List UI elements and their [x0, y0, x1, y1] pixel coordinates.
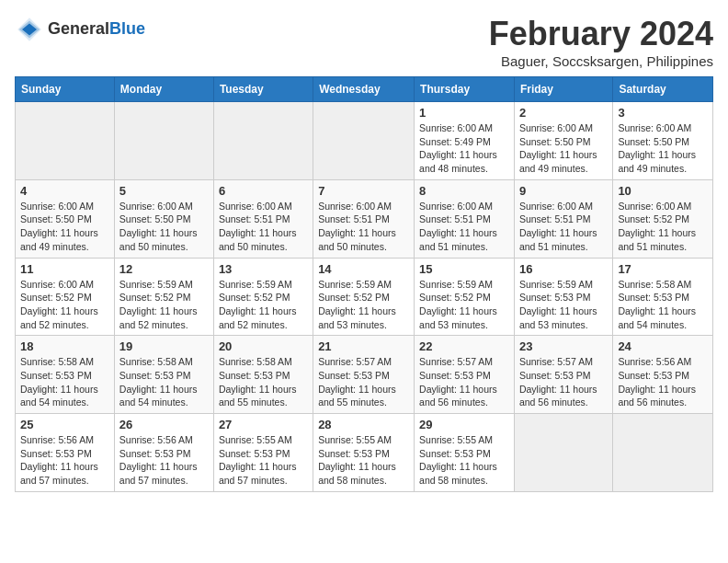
calendar-cell: 11Sunrise: 6:00 AM Sunset: 5:52 PM Dayli…: [16, 258, 115, 336]
day-info: Sunrise: 5:58 AM Sunset: 5:53 PM Dayligh…: [618, 278, 708, 332]
day-number: 3: [618, 106, 708, 120]
title-block: February 2024 Baguer, Soccsksargen, Phil…: [489, 15, 713, 69]
day-info: Sunrise: 5:57 AM Sunset: 5:53 PM Dayligh…: [419, 355, 509, 409]
calendar-table: SundayMondayTuesdayWednesdayThursdayFrid…: [15, 76, 713, 492]
day-number: 9: [519, 184, 608, 198]
calendar-cell: 2Sunrise: 6:00 AM Sunset: 5:50 PM Daylig…: [514, 102, 612, 180]
calendar-cell: 17Sunrise: 5:58 AM Sunset: 5:53 PM Dayli…: [613, 258, 713, 336]
day-number: 6: [219, 184, 308, 198]
day-number: 17: [618, 262, 708, 276]
weekday-header-friday: Friday: [514, 77, 612, 102]
calendar-cell: 16Sunrise: 5:59 AM Sunset: 5:53 PM Dayli…: [514, 258, 612, 336]
calendar-cell: 24Sunrise: 5:56 AM Sunset: 5:53 PM Dayli…: [613, 336, 713, 414]
calendar-cell: [114, 102, 213, 180]
weekday-header-sunday: Sunday: [16, 77, 115, 102]
calendar-cell: 5Sunrise: 6:00 AM Sunset: 5:50 PM Daylig…: [114, 179, 213, 258]
calendar-cell: 23Sunrise: 5:57 AM Sunset: 5:53 PM Dayli…: [514, 336, 612, 414]
calendar-cell: 18Sunrise: 5:58 AM Sunset: 5:53 PM Dayli…: [16, 336, 115, 414]
day-number: 20: [219, 339, 308, 353]
day-info: Sunrise: 5:55 AM Sunset: 5:53 PM Dayligh…: [419, 433, 509, 488]
day-number: 18: [20, 339, 109, 353]
day-info: Sunrise: 5:56 AM Sunset: 5:53 PM Dayligh…: [119, 433, 209, 488]
day-number: 11: [20, 262, 109, 276]
day-info: Sunrise: 5:59 AM Sunset: 5:52 PM Dayligh…: [318, 278, 409, 332]
day-info: Sunrise: 6:00 AM Sunset: 5:49 PM Dayligh…: [419, 121, 509, 176]
day-info: Sunrise: 6:00 AM Sunset: 5:52 PM Dayligh…: [20, 278, 109, 332]
page-header: GeneralBlue February 2024 Baguer, Soccsk…: [15, 15, 713, 69]
day-info: Sunrise: 5:56 AM Sunset: 5:53 PM Dayligh…: [618, 355, 708, 409]
day-number: 7: [318, 184, 409, 198]
calendar-cell: [613, 414, 713, 492]
day-info: Sunrise: 5:56 AM Sunset: 5:53 PM Dayligh…: [20, 433, 109, 488]
day-number: 2: [519, 106, 608, 120]
day-info: Sunrise: 6:00 AM Sunset: 5:51 PM Dayligh…: [519, 200, 608, 254]
day-number: 22: [419, 339, 509, 353]
day-number: 15: [419, 262, 509, 276]
calendar-cell: 1Sunrise: 6:00 AM Sunset: 5:49 PM Daylig…: [415, 102, 515, 180]
calendar-cell: 25Sunrise: 5:56 AM Sunset: 5:53 PM Dayli…: [16, 414, 115, 492]
day-number: 26: [119, 418, 209, 431]
calendar-cell: [16, 102, 115, 180]
calendar-cell: 28Sunrise: 5:55 AM Sunset: 5:53 PM Dayli…: [313, 414, 415, 492]
logo-text: GeneralBlue: [48, 20, 145, 39]
location: Baguer, Soccsksargen, Philippines: [489, 53, 713, 69]
weekday-header-thursday: Thursday: [415, 77, 515, 102]
calendar-week-row: 25Sunrise: 5:56 AM Sunset: 5:53 PM Dayli…: [16, 414, 713, 492]
day-info: Sunrise: 5:59 AM Sunset: 5:52 PM Dayligh…: [419, 278, 509, 332]
calendar-cell: 29Sunrise: 5:55 AM Sunset: 5:53 PM Dayli…: [415, 414, 515, 492]
calendar-cell: 26Sunrise: 5:56 AM Sunset: 5:53 PM Dayli…: [114, 414, 213, 492]
day-info: Sunrise: 5:59 AM Sunset: 5:52 PM Dayligh…: [119, 278, 209, 332]
calendar-cell: 7Sunrise: 6:00 AM Sunset: 5:51 PM Daylig…: [313, 179, 415, 258]
calendar-cell: 12Sunrise: 5:59 AM Sunset: 5:52 PM Dayli…: [114, 258, 213, 336]
day-info: Sunrise: 5:57 AM Sunset: 5:53 PM Dayligh…: [318, 355, 409, 409]
calendar-cell: 22Sunrise: 5:57 AM Sunset: 5:53 PM Dayli…: [415, 336, 515, 414]
calendar-cell: 15Sunrise: 5:59 AM Sunset: 5:52 PM Dayli…: [415, 258, 515, 336]
day-number: 21: [318, 339, 409, 353]
day-info: Sunrise: 6:00 AM Sunset: 5:51 PM Dayligh…: [419, 200, 509, 254]
calendar-cell: 14Sunrise: 5:59 AM Sunset: 5:52 PM Dayli…: [313, 258, 415, 336]
calendar-week-row: 4Sunrise: 6:00 AM Sunset: 5:50 PM Daylig…: [16, 179, 713, 258]
day-info: Sunrise: 5:58 AM Sunset: 5:53 PM Dayligh…: [219, 355, 308, 409]
day-info: Sunrise: 5:58 AM Sunset: 5:53 PM Dayligh…: [119, 355, 209, 409]
day-number: 16: [519, 262, 608, 276]
day-number: 14: [318, 262, 409, 276]
day-info: Sunrise: 6:00 AM Sunset: 5:50 PM Dayligh…: [618, 121, 708, 176]
day-number: 29: [419, 418, 509, 431]
day-info: Sunrise: 5:59 AM Sunset: 5:53 PM Dayligh…: [519, 278, 608, 332]
day-info: Sunrise: 5:59 AM Sunset: 5:52 PM Dayligh…: [219, 278, 308, 332]
calendar-cell: [313, 102, 415, 180]
calendar-cell: 8Sunrise: 6:00 AM Sunset: 5:51 PM Daylig…: [415, 179, 515, 258]
weekday-header-row: SundayMondayTuesdayWednesdayThursdayFrid…: [16, 77, 713, 102]
calendar-cell: 20Sunrise: 5:58 AM Sunset: 5:53 PM Dayli…: [213, 336, 313, 414]
logo: GeneralBlue: [15, 15, 145, 44]
calendar-cell: [514, 414, 612, 492]
day-number: 23: [519, 339, 608, 353]
logo-icon: [15, 15, 44, 44]
day-number: 25: [20, 418, 109, 431]
day-number: 27: [219, 418, 308, 431]
calendar-cell: 13Sunrise: 5:59 AM Sunset: 5:52 PM Dayli…: [213, 258, 313, 336]
day-info: Sunrise: 5:55 AM Sunset: 5:53 PM Dayligh…: [318, 433, 409, 488]
calendar-cell: [213, 102, 313, 180]
calendar-cell: 4Sunrise: 6:00 AM Sunset: 5:50 PM Daylig…: [16, 179, 115, 258]
calendar-cell: 6Sunrise: 6:00 AM Sunset: 5:51 PM Daylig…: [213, 179, 313, 258]
calendar-cell: 21Sunrise: 5:57 AM Sunset: 5:53 PM Dayli…: [313, 336, 415, 414]
weekday-header-wednesday: Wednesday: [313, 77, 415, 102]
day-number: 13: [219, 262, 308, 276]
day-number: 12: [119, 262, 209, 276]
day-info: Sunrise: 6:00 AM Sunset: 5:50 PM Dayligh…: [119, 200, 209, 254]
day-number: 1: [419, 106, 509, 120]
day-number: 19: [119, 339, 209, 353]
day-number: 10: [618, 184, 708, 198]
calendar-cell: 9Sunrise: 6:00 AM Sunset: 5:51 PM Daylig…: [514, 179, 612, 258]
calendar-cell: 10Sunrise: 6:00 AM Sunset: 5:52 PM Dayli…: [613, 179, 713, 258]
weekday-header-monday: Monday: [114, 77, 213, 102]
weekday-header-tuesday: Tuesday: [213, 77, 313, 102]
day-info: Sunrise: 6:00 AM Sunset: 5:51 PM Dayligh…: [318, 200, 409, 254]
calendar-week-row: 18Sunrise: 5:58 AM Sunset: 5:53 PM Dayli…: [16, 336, 713, 414]
day-info: Sunrise: 6:00 AM Sunset: 5:52 PM Dayligh…: [618, 200, 708, 254]
day-number: 28: [318, 418, 409, 431]
day-number: 4: [20, 184, 109, 198]
day-number: 5: [119, 184, 209, 198]
weekday-header-saturday: Saturday: [613, 77, 713, 102]
